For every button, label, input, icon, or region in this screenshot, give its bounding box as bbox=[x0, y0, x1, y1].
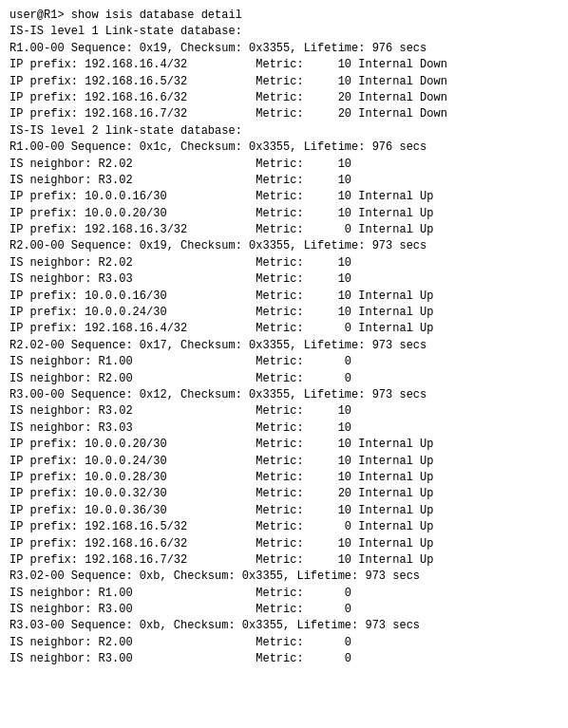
terminal-line: R2.00-00 Sequence: 0x19, Checksum: 0x335… bbox=[9, 238, 559, 254]
terminal-line: IP prefix: 10.0.0.24/30 Metric: 10 Inter… bbox=[9, 454, 559, 470]
terminal-line: IS neighbor: R1.00 Metric: 0 bbox=[9, 586, 559, 602]
terminal-line: R2.02-00 Sequence: 0x17, Checksum: 0x335… bbox=[9, 338, 559, 354]
terminal-line: R3.00-00 Sequence: 0x12, Checksum: 0x335… bbox=[9, 387, 559, 403]
terminal-line: IS neighbor: R3.03 Metric: 10 bbox=[9, 420, 559, 437]
terminal-line: IS neighbor: R2.02 Metric: 10 bbox=[9, 157, 559, 173]
terminal-line: IS neighbor: R3.00 Metric: 0 bbox=[9, 651, 559, 667]
terminal-line: R3.02-00 Sequence: 0xb, Checksum: 0x3355… bbox=[9, 569, 559, 585]
terminal-output: user@R1> show isis database detailIS-IS … bbox=[9, 8, 559, 668]
terminal-line: IS neighbor: R3.02 Metric: 10 bbox=[9, 403, 559, 420]
terminal-line: R1.00-00 Sequence: 0x1c, Checksum: 0x335… bbox=[9, 140, 559, 156]
terminal-line: IS neighbor: R3.00 Metric: 0 bbox=[9, 602, 559, 618]
terminal-line: IS neighbor: R3.03 Metric: 10 bbox=[9, 271, 559, 288]
terminal-line: IS neighbor: R2.00 Metric: 0 bbox=[9, 635, 559, 651]
terminal-line: IP prefix: 192.168.16.6/32 Metric: 10 In… bbox=[9, 536, 559, 552]
terminal-line: IP prefix: 192.168.16.5/32 Metric: 10 In… bbox=[9, 74, 559, 90]
terminal-line: IP prefix: 10.0.0.24/30 Metric: 10 Inter… bbox=[9, 305, 559, 321]
terminal-line: IP prefix: 192.168.16.3/32 Metric: 0 Int… bbox=[9, 222, 559, 238]
terminal-line: IP prefix: 10.0.0.20/30 Metric: 10 Inter… bbox=[9, 437, 559, 453]
terminal-line: IP prefix: 10.0.0.16/30 Metric: 10 Inter… bbox=[9, 289, 559, 305]
terminal-line: IP prefix: 192.168.16.7/32 Metric: 10 In… bbox=[9, 552, 559, 569]
terminal-line: user@R1> show isis database detail bbox=[9, 8, 559, 24]
terminal-line: IS-IS level 1 Link-state database: bbox=[9, 24, 559, 40]
terminal-line: IP prefix: 192.168.16.6/32 Metric: 20 In… bbox=[9, 90, 559, 106]
terminal-line: IP prefix: 192.168.16.4/32 Metric: 10 In… bbox=[9, 57, 559, 73]
terminal-line: IS neighbor: R2.00 Metric: 0 bbox=[9, 371, 559, 387]
terminal-line: IP prefix: 10.0.0.20/30 Metric: 10 Inter… bbox=[9, 206, 559, 222]
terminal-line: IP prefix: 10.0.0.28/30 Metric: 10 Inter… bbox=[9, 470, 559, 486]
terminal-line: IP prefix: 10.0.0.16/30 Metric: 10 Inter… bbox=[9, 189, 559, 205]
terminal-line: R3.03-00 Sequence: 0xb, Checksum: 0x3355… bbox=[9, 618, 559, 634]
terminal-line: IP prefix: 192.168.16.7/32 Metric: 20 In… bbox=[9, 106, 559, 122]
terminal-line: IS neighbor: R3.02 Metric: 10 bbox=[9, 173, 559, 189]
terminal-line: IS neighbor: R1.00 Metric: 0 bbox=[9, 354, 559, 370]
terminal-line: IP prefix: 10.0.0.36/30 Metric: 10 Inter… bbox=[9, 503, 559, 519]
terminal-line: IS neighbor: R2.02 Metric: 10 bbox=[9, 255, 559, 271]
terminal-line: IS-IS level 2 link-state database: bbox=[9, 123, 559, 140]
terminal-line: IP prefix: 192.168.16.4/32 Metric: 0 Int… bbox=[9, 321, 559, 337]
terminal-line: IP prefix: 192.168.16.5/32 Metric: 0 Int… bbox=[9, 519, 559, 535]
terminal-line: R1.00-00 Sequence: 0x19, Checksum: 0x335… bbox=[9, 41, 559, 57]
terminal-line: IP prefix: 10.0.0.32/30 Metric: 20 Inter… bbox=[9, 486, 559, 502]
